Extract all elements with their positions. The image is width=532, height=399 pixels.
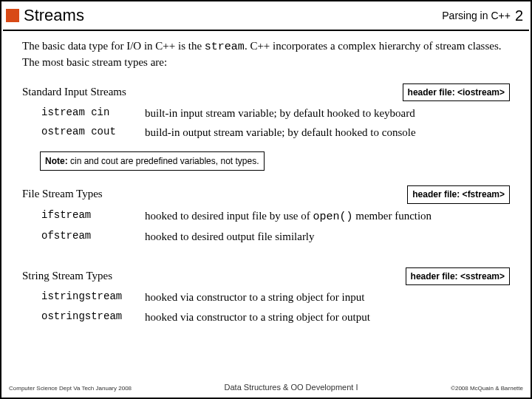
item-name: istringstream <box>41 290 145 304</box>
header-file-box: header file: <fstream> <box>407 185 510 203</box>
item-desc-post: member function <box>352 210 432 222</box>
section-items: istringstream hooked via constructor to … <box>41 290 510 324</box>
footer-center: Data Structures & OO Development I <box>225 383 358 392</box>
section-items: ifstream hooked to desired input file by… <box>41 208 510 245</box>
item-desc: hooked to desired input file by use of o… <box>145 208 432 225</box>
item-row: ostringstream hooked via constructor to … <box>41 310 510 324</box>
item-name: ifstream <box>41 208 145 225</box>
footer-left: Computer Science Dept Va Tech January 20… <box>9 385 132 392</box>
slide-header: Streams Parsing in C++ 2 <box>1 1 531 30</box>
item-desc: build-in output stream variable; by defa… <box>145 125 416 140</box>
slide-footer: Computer Science Dept Va Tech January 20… <box>1 383 531 392</box>
note-text: cin and cout are predefined variables, n… <box>70 156 259 166</box>
footer-right: ©2008 McQuain & Barnette <box>451 385 523 392</box>
page-number: 2 <box>515 7 523 24</box>
note-box: Note: cin and cout are predefined variab… <box>40 151 265 171</box>
item-row: ostream cout build-in output stream vari… <box>41 125 510 140</box>
item-desc-code: open() <box>313 211 352 223</box>
item-desc-pre: hooked to desired input file by use of <box>145 210 313 222</box>
section-string-streams: String Stream Types header file: <sstrea… <box>22 267 510 285</box>
spacer <box>22 248 510 262</box>
section-heading: Standard Input Streams <box>22 84 126 99</box>
item-desc: hooked via constructor to a string objec… <box>145 290 364 304</box>
slide-title: Streams <box>24 6 442 25</box>
section-file-streams: File Stream Types header file: <fstream> <box>22 185 510 203</box>
intro-pre: The basic data type for I/O in C++ is th… <box>22 40 205 52</box>
item-name: ofstream <box>41 229 145 244</box>
item-row: istream cin built-in input stream variab… <box>41 106 510 120</box>
item-name: ostringstream <box>41 310 145 324</box>
item-name: ostream cout <box>41 125 145 140</box>
section-heading: String Stream Types <box>22 268 112 283</box>
section-standard-streams: Standard Input Streams header file: <ios… <box>22 83 510 101</box>
header-bullet-icon <box>6 9 19 22</box>
header-context: Parsing in C++ <box>442 10 511 21</box>
slide-body: The basic data type for I/O in C++ is th… <box>1 31 531 324</box>
intro-code: stream <box>205 41 245 53</box>
item-row: ifstream hooked to desired input file by… <box>41 208 510 225</box>
note-label: Note: <box>45 156 70 166</box>
item-desc: hooked via constructor to a string objec… <box>145 310 370 324</box>
item-name: istream cin <box>41 106 145 120</box>
item-row: istringstream hooked via constructor to … <box>41 290 510 304</box>
header-file-box: header file: <sstream> <box>406 267 510 285</box>
item-desc: hooked to desired output file similarly <box>145 229 315 244</box>
header-file-box: header file: <iostream> <box>403 83 510 101</box>
intro-paragraph: The basic data type for I/O in C++ is th… <box>22 38 510 70</box>
section-heading: File Stream Types <box>22 186 103 201</box>
item-row: ofstream hooked to desired output file s… <box>41 229 510 244</box>
item-desc: built-in input stream variable; by defau… <box>145 106 415 120</box>
section-items: istream cin built-in input stream variab… <box>41 106 510 140</box>
slide-page: Streams Parsing in C++ 2 The basic data … <box>0 0 532 399</box>
